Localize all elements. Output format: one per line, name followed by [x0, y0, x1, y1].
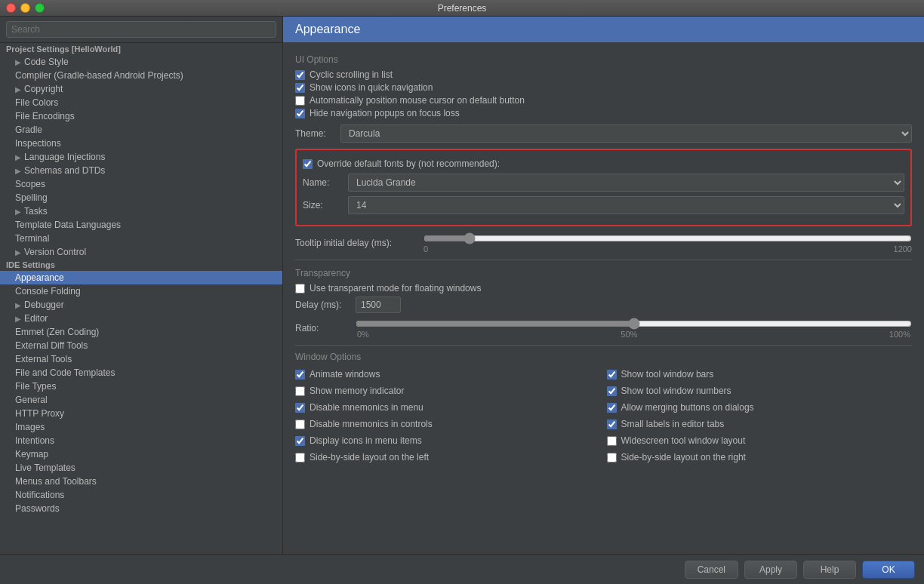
sidebar-item[interactable]: General: [0, 393, 282, 407]
sidebar-item[interactable]: Appearance: [0, 271, 282, 284]
sidebar-item[interactable]: ▶Debugger: [0, 298, 282, 312]
window-checkbox-right[interactable]: [607, 403, 617, 413]
sidebar-item-label: Terminal: [15, 233, 49, 244]
sidebar-item-label: Code Style: [24, 57, 69, 67]
window-checkbox-left[interactable]: [295, 403, 305, 413]
sidebar-item[interactable]: Scopes: [0, 177, 282, 191]
delay-input[interactable]: [356, 297, 401, 313]
font-name-select[interactable]: Lucida GrandeArialHelveticaMonacoMenlo: [348, 174, 904, 192]
sidebar-item[interactable]: ▶Schemas and DTDs: [0, 164, 282, 177]
window-checkbox-right[interactable]: [607, 436, 617, 446]
apply-button[interactable]: Apply: [744, 561, 797, 579]
sidebar-item-label: Tasks: [24, 206, 48, 217]
minimize-button[interactable]: [20, 3, 30, 13]
tooltip-slider[interactable]: [424, 232, 912, 244]
window-checkbox-left[interactable]: [295, 386, 305, 396]
search-input[interactable]: [6, 21, 276, 38]
sidebar-item-label: Version Control: [24, 247, 86, 257]
override-fonts-checkbox-row: Override default fonts by (not recommend…: [303, 158, 904, 169]
sidebar-item[interactable]: ▶Language Injections: [0, 150, 282, 164]
ratio-min: 0%: [357, 330, 369, 339]
sidebar-item[interactable]: Emmet (Zen Coding): [0, 325, 282, 339]
sidebar-item[interactable]: Terminal: [0, 232, 282, 245]
ui-checkbox[interactable]: [295, 109, 305, 118]
sidebar-item[interactable]: Template Data Languages: [0, 218, 282, 232]
tooltip-max: 1200: [894, 244, 912, 254]
window-checkbox-left-label: Display icons in menu items: [310, 435, 422, 446]
delay-row: Delay (ms):: [295, 297, 912, 313]
ui-checkbox-label: Show icons in quick navigation: [310, 82, 433, 93]
sidebar-item[interactable]: ▶Version Control: [0, 245, 282, 259]
window-checkbox-row-right: Side-by-side layout on the right: [607, 452, 913, 463]
maximize-button[interactable]: [35, 3, 45, 13]
expand-arrow-icon: ▶: [15, 315, 21, 323]
sidebar-item[interactable]: ▶Code Style: [0, 55, 282, 69]
theme-select[interactable]: DarculaDefaultIntelliJ: [340, 124, 912, 143]
ui-checkbox-label: Cyclic scrolling in list: [310, 69, 393, 80]
sidebar-item[interactable]: ▶Editor: [0, 312, 282, 325]
window-checkbox-right-label: Show tool window numbers: [621, 386, 732, 396]
ratio-max: 100%: [889, 330, 910, 339]
transparent-mode-checkbox[interactable]: [295, 284, 305, 294]
window-checkbox-left[interactable]: [295, 420, 305, 429]
window-checkbox-right[interactable]: [607, 370, 617, 380]
window-checkbox-right-label: Side-by-side layout on the right: [621, 452, 746, 463]
cancel-button[interactable]: Cancel: [685, 561, 738, 579]
sidebar-item-label: Gradle: [15, 124, 42, 135]
ui-checkbox-row: Hide navigation popups on focus loss: [295, 108, 912, 118]
font-size-row: Size: 10111213141618: [303, 196, 904, 214]
sidebar-item[interactable]: File Types: [0, 380, 282, 393]
sidebar-item[interactable]: Live Templates: [0, 461, 282, 475]
sidebar-item[interactable]: File and Code Templates: [0, 366, 282, 380]
sidebar-item[interactable]: Inspections: [0, 137, 282, 150]
ui-checkbox-row: Show icons in quick navigation: [295, 82, 912, 93]
sidebar-item[interactable]: File Colors: [0, 96, 282, 109]
ui-checkbox[interactable]: [295, 83, 305, 93]
sidebar-item-label: Copyright: [24, 84, 63, 94]
tooltip-slider-container: 0 1200: [424, 232, 912, 254]
ui-checkbox[interactable]: [295, 96, 305, 106]
window-checkbox-left[interactable]: [295, 436, 305, 446]
sidebar-item[interactable]: Console Folding: [0, 284, 282, 298]
window-checkbox-left[interactable]: [295, 370, 305, 380]
sidebar-item[interactable]: Passwords: [0, 502, 282, 515]
sidebar-item[interactable]: ▶Copyright: [0, 82, 282, 96]
tooltip-label: Tooltip initial delay (ms):: [295, 238, 424, 248]
bottom-bar: Cancel Apply Help OK: [0, 554, 924, 584]
sidebar-item[interactable]: Compiler (Gradle-based Android Projects): [0, 69, 282, 82]
sidebar-item[interactable]: File Encodings: [0, 109, 282, 123]
sidebar-item-label: Schemas and DTDs: [24, 165, 105, 176]
window-checkbox-left[interactable]: [295, 453, 305, 463]
ratio-label: Ratio:: [295, 323, 356, 333]
sidebar-item[interactable]: Gradle: [0, 123, 282, 137]
window-checkbox-right[interactable]: [607, 453, 617, 463]
sidebar-item[interactable]: Notifications: [0, 488, 282, 502]
sidebar-item-label: Language Injections: [24, 152, 105, 162]
expand-arrow-icon: ▶: [15, 58, 21, 66]
sidebar-item[interactable]: Images: [0, 420, 282, 434]
ui-checkbox-label: Hide navigation popups on focus loss: [310, 108, 460, 118]
window-checkbox-right[interactable]: [607, 386, 617, 396]
close-button[interactable]: [6, 3, 16, 13]
window-checkbox-right[interactable]: [607, 420, 617, 429]
sidebar-item[interactable]: Spelling: [0, 191, 282, 204]
ok-button[interactable]: OK: [862, 561, 915, 579]
window-checkbox-row-right: Widescreen tool window layout: [607, 435, 913, 446]
font-name-row: Name: Lucida GrandeArialHelveticaMonacoM…: [303, 174, 904, 192]
sidebar-item[interactable]: HTTP Proxy: [0, 407, 282, 420]
sidebar-item[interactable]: External Tools: [0, 352, 282, 366]
sidebar-item[interactable]: Keymap: [0, 447, 282, 461]
ratio-slider[interactable]: [356, 318, 912, 330]
sidebar-item-label: File and Code Templates: [15, 367, 116, 378]
window-checkbox-left-label: Animate windows: [310, 369, 380, 380]
font-size-select[interactable]: 10111213141618: [348, 196, 904, 214]
override-fonts-checkbox[interactable]: [303, 159, 313, 169]
sidebar-section-header: IDE Settings: [0, 259, 282, 271]
sidebar-item[interactable]: Menus and Toolbars: [0, 475, 282, 488]
help-button[interactable]: Help: [803, 561, 856, 579]
sidebar-item[interactable]: Intentions: [0, 434, 282, 447]
ui-checkbox-row: Cyclic scrolling in list: [295, 69, 912, 80]
sidebar-item[interactable]: External Diff Tools: [0, 339, 282, 352]
sidebar-item[interactable]: ▶Tasks: [0, 204, 282, 218]
ui-checkbox[interactable]: [295, 70, 305, 80]
